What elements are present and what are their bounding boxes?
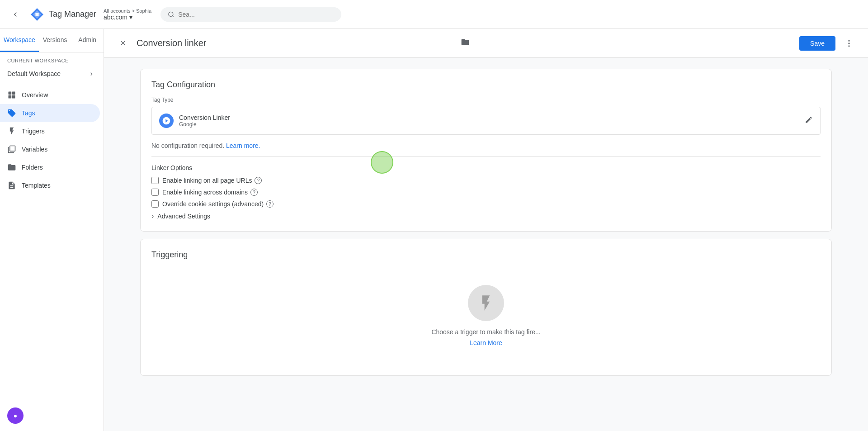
main-layout: Workspace Versions Admin CURRENT WORKSPA… [0,29,868,431]
no-config-text: No configuration required. Learn more. [151,142,821,149]
search-bar[interactable] [160,7,341,22]
dialog-body: Tag Configuration Tag Type Conversion Li… [104,58,868,431]
dialog-header: × Conversion linker Save [104,29,868,58]
help-icon-across-domains[interactable]: ? [250,189,258,196]
tab-admin[interactable]: Admin [71,29,104,52]
tag-type-label: Tag Type [151,97,821,103]
more-options-button[interactable] [841,35,857,52]
triggers-icon [7,127,16,136]
content-area: Tags Name ↑ Google Analytics × [104,29,868,431]
dialog-title: Conversion linker [137,38,455,48]
triggering-title: Triggering [151,250,821,260]
triggering-card: Triggering Choose a trigger to make this… [140,239,832,376]
workspace-chevron-icon: › [90,70,93,78]
svg-rect-6 [9,92,12,95]
tab-workspace[interactable]: Workspace [0,29,39,52]
override-cookie-checkbox[interactable] [151,200,159,208]
sidebar: Workspace Versions Admin CURRENT WORKSPA… [0,29,104,431]
svg-rect-9 [12,95,15,99]
sidebar-bottom: ● [0,400,104,431]
enable-across-domains-checkbox[interactable] [151,189,159,196]
app-logo: Tag Manager [29,6,96,23]
trigger-empty-text: Choose a trigger to make this tag fire..… [431,328,540,336]
trigger-learn-more-link[interactable]: Learn More [470,339,502,346]
overview-icon [7,90,16,99]
sidebar-item-label-triggers: Triggers [22,128,45,135]
folder-icon[interactable] [461,38,470,49]
variables-icon [7,145,16,154]
dialog-panel: × Conversion linker Save [104,29,868,431]
checkbox-option-cookie-settings: Override cookie settings (advanced) ? [151,200,821,208]
trigger-empty-state: Choose a trigger to make this tag fire..… [151,267,821,365]
svg-rect-3 [35,13,38,16]
sidebar-item-label-folders: Folders [22,164,43,171]
svg-rect-7 [12,92,15,95]
svg-rect-8 [9,95,12,99]
checkbox-option-across-domains: Enable linking across domains ? [151,189,821,196]
svg-point-11 [848,43,849,44]
sidebar-item-folders[interactable]: Folders [0,158,100,176]
trigger-empty-icon [468,285,504,321]
enable-all-pages-checkbox[interactable] [151,177,159,184]
sidebar-item-overview[interactable]: Overview [0,86,100,104]
sidebar-item-tags[interactable]: Tags [0,104,100,122]
tag-type-name: Conversion Linker [179,114,799,121]
tag-type-edit-icon[interactable] [805,116,813,126]
templates-icon [7,181,16,190]
sidebar-item-label-overview: Overview [22,91,48,99]
sidebar-tabs: Workspace Versions Admin [0,29,104,52]
gtm-logo-icon [29,6,45,23]
sidebar-item-label-variables: Variables [22,146,47,153]
tag-configuration-card: Tag Configuration Tag Type Conversion Li… [140,69,832,232]
enable-across-domains-label[interactable]: Enable linking across domains ? [162,189,258,196]
save-button[interactable]: Save [799,36,835,51]
user-avatar[interactable]: ● [7,407,24,424]
learn-more-link[interactable]: Learn more. [226,142,260,149]
svg-point-10 [848,40,849,41]
tag-config-title: Tag Configuration [151,80,821,90]
tag-type-provider: Google [179,121,799,128]
app-title: Tag Manager [49,9,96,19]
divider [151,156,821,157]
chevron-right-icon: › [151,212,154,220]
advanced-settings-label: Advanced Settings [157,213,210,220]
checkbox-option-all-pages: Enable linking on all page URLs ? [151,177,821,184]
sidebar-item-label-templates: Templates [22,182,51,189]
back-button[interactable] [7,6,24,23]
override-cookie-label[interactable]: Override cookie settings (advanced) ? [162,200,274,208]
dialog-close-button[interactable]: × [115,35,131,52]
sidebar-nav: Overview Tags Triggers Variables [0,82,104,400]
tag-type-selector[interactable]: Conversion Linker Google [151,107,821,135]
search-input[interactable] [178,11,334,18]
svg-line-5 [173,15,174,17]
top-header: Tag Manager All accounts > Sophia abc.co… [0,0,868,29]
account-name-dropdown[interactable]: abc.com ▾ [104,14,151,21]
help-icon-cookie[interactable]: ? [266,200,274,208]
tag-type-info: Conversion Linker Google [179,114,799,128]
sidebar-item-label-tags: Tags [22,109,35,117]
linker-options-title: Linker Options [151,164,821,171]
account-breadcrumb: All accounts > Sophia [104,8,151,14]
tag-type-icon [159,114,174,128]
enable-all-pages-label[interactable]: Enable linking on all page URLs ? [162,177,262,184]
tags-icon [7,109,16,118]
tab-versions[interactable]: Versions [39,29,71,52]
workspace-selector[interactable]: Default Workspace › [0,65,100,82]
advanced-settings-toggle[interactable]: › Advanced Settings [151,212,821,220]
main-content: Tags Name ↑ Google Analytics × [104,29,868,431]
sidebar-item-variables[interactable]: Variables [0,140,100,158]
folders-icon [7,163,16,172]
workspace-name: Default Workspace [7,70,61,77]
current-workspace-label: CURRENT WORKSPACE [0,52,104,65]
sidebar-item-templates[interactable]: Templates [0,176,100,194]
svg-point-12 [848,45,849,47]
svg-point-4 [169,12,173,16]
help-icon-all-pages[interactable]: ? [255,177,262,184]
search-icon [168,11,175,18]
account-info: All accounts > Sophia abc.com ▾ [104,8,151,21]
sidebar-item-triggers[interactable]: Triggers [0,122,100,140]
